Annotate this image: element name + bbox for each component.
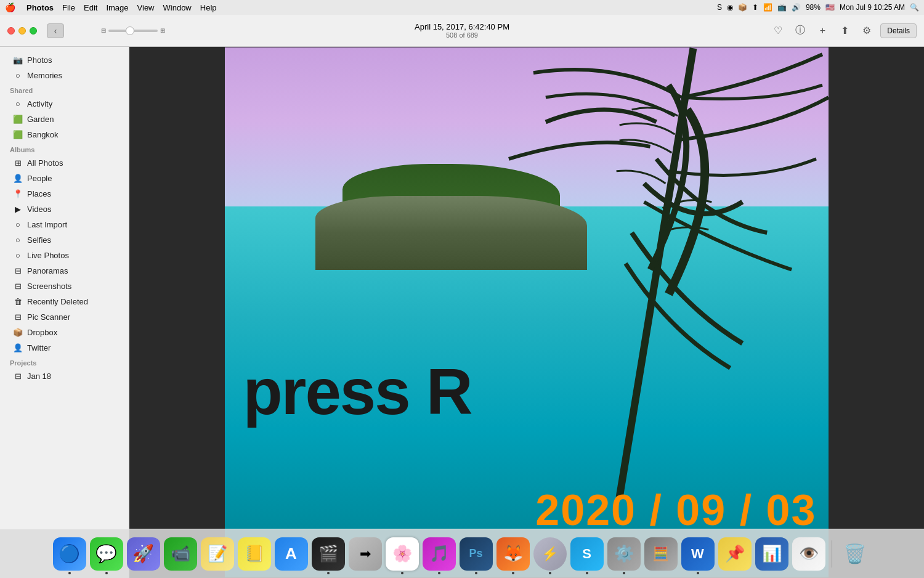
dock-stickies[interactable]: 📝	[201, 537, 234, 571]
keynote-icon: 📊	[762, 544, 782, 563]
dock-sysprefs[interactable]: ⚙️	[607, 537, 641, 571]
menu-edit[interactable]: Edit	[84, 3, 97, 12]
dock-itunes[interactable]: 🎵	[423, 537, 456, 571]
dock-photos[interactable]: 🌸	[386, 537, 419, 571]
wifi-icon: 📶	[763, 3, 772, 12]
dock-calculator[interactable]: 🧮	[644, 537, 678, 571]
jan18-icon: ⊟	[12, 370, 23, 381]
dock-messages[interactable]: 💬	[90, 537, 123, 571]
dock-appstore[interactable]: A	[275, 537, 308, 571]
dock-preview[interactable]: 👁️	[792, 537, 825, 571]
dock-notes[interactable]: 📒	[238, 537, 271, 571]
sidebar-item-places[interactable]: 📍 Places	[2, 186, 126, 201]
dock-word[interactable]: W	[681, 537, 715, 571]
dock-launchpad[interactable]: 🚀	[127, 537, 160, 571]
bangkok-icon: 🟩	[12, 129, 23, 140]
details-button[interactable]: Details	[880, 23, 917, 38]
info-button[interactable]: ⓘ	[792, 22, 809, 39]
dock-finder[interactable]: 🔵	[53, 537, 86, 571]
main-content: 📷 Photos ○ Memories Shared ○ Activity 🟩 …	[0, 47, 924, 578]
dock-stickies2[interactable]: 📌	[718, 537, 752, 571]
sidebar-item-dropbox[interactable]: 📦 Dropbox	[2, 325, 126, 340]
sidebar-label-recently-deleted: Recently Deleted	[27, 297, 88, 306]
share-button[interactable]: ⬆	[836, 22, 853, 39]
sidebar-item-all-photos[interactable]: ⊞ All Photos	[2, 155, 126, 170]
dock-skype[interactable]: S	[570, 537, 604, 571]
menu-view[interactable]: View	[137, 3, 155, 12]
slider-thumb[interactable]	[126, 26, 134, 35]
apple-menu[interactable]: 🍎	[5, 2, 15, 12]
facetime-icon: 📹	[171, 544, 190, 563]
activity-icon: ○	[12, 98, 23, 109]
backup-icon: ⬆	[752, 3, 758, 12]
toolbar-nav: ‹	[47, 23, 64, 38]
dock-quicksilver[interactable]: ⚡	[533, 537, 567, 571]
sidebar-item-garden[interactable]: 🟩 Garden	[2, 112, 126, 126]
sidebar-item-pic-scanner[interactable]: ⊟ Pic Scanner	[2, 309, 126, 324]
panoramas-icon: ⊟	[12, 265, 23, 276]
word-icon: W	[691, 546, 704, 562]
search-icon[interactable]: 🔍	[910, 3, 919, 12]
photos-window: ‹ ⊟ ⊞ April 15, 2017, 6:42:40 PM 508 of …	[0, 15, 924, 578]
sidebar-item-memories[interactable]: ○ Memories	[2, 68, 126, 83]
dock-facetime[interactable]: 📹	[164, 537, 197, 571]
dropbox-sidebar-icon: 📦	[12, 327, 23, 338]
sidebar-item-selfies[interactable]: ○ Selfies	[2, 232, 126, 247]
sidebar-item-photos[interactable]: 📷 Photos	[2, 52, 126, 67]
menu-file[interactable]: File	[62, 3, 75, 12]
favorite-button[interactable]: ♡	[769, 22, 787, 39]
sidebar-label-activity: Activity	[27, 99, 52, 108]
sidebar-item-activity[interactable]: ○ Activity	[2, 96, 126, 111]
photoshop-icon: Ps	[469, 547, 482, 560]
maximize-button[interactable]	[30, 27, 37, 35]
photo-view[interactable]: press R 2020 / 09 / 03	[129, 47, 924, 578]
sidebar-item-panoramas[interactable]: ⊟ Panoramas	[2, 263, 126, 278]
messages-dot	[105, 572, 108, 574]
menu-window[interactable]: Window	[163, 3, 192, 12]
sidebar-item-people[interactable]: 👤 People	[2, 171, 126, 185]
zoom-slider[interactable]: ⊟ ⊞	[101, 27, 165, 34]
quicksilver-dot	[549, 572, 551, 574]
sidebar-item-twitter[interactable]: 👤 Twitter	[2, 340, 126, 355]
dock-photoshop[interactable]: Ps	[460, 537, 493, 571]
stickies-icon: 📝	[208, 544, 227, 563]
add-button[interactable]: +	[814, 22, 831, 39]
dock-migration[interactable]: ➡	[349, 537, 382, 571]
memories-icon: ○	[12, 70, 23, 81]
menu-image[interactable]: Image	[106, 3, 128, 12]
finder-icon: 🔵	[59, 543, 80, 564]
slider-track[interactable]	[108, 30, 158, 32]
menu-photos[interactable]: Photos	[26, 3, 54, 12]
sidebar-item-recently-deleted[interactable]: 🗑 Recently Deleted	[2, 294, 126, 309]
dropzone-icon: ◉	[727, 3, 733, 12]
sidebar-label-jan18: Jan 18	[27, 372, 51, 381]
adjust-button[interactable]: ⚙	[858, 22, 875, 39]
sidebar-item-live-photos[interactable]: ○ Live Photos	[2, 248, 126, 263]
dock-divider	[832, 540, 832, 568]
sidebar-item-screenshots[interactable]: ⊟ Screenshots	[2, 279, 126, 293]
photo-container: press R 2020 / 09 / 03	[225, 47, 829, 577]
sidebar-label-photos: Photos	[27, 55, 52, 65]
minimize-button[interactable]	[18, 27, 26, 35]
dropbox-icon: 📦	[738, 3, 747, 12]
palm-overlay	[496, 47, 829, 498]
photos-icon: 📷	[12, 54, 23, 65]
preview-icon: 👁️	[799, 544, 819, 563]
back-button[interactable]: ‹	[47, 23, 64, 38]
notes-icon: 📒	[245, 544, 264, 563]
sidebar: 📷 Photos ○ Memories Shared ○ Activity 🟩 …	[0, 47, 129, 578]
selfies-icon: ○	[12, 234, 23, 245]
dock-firefox[interactable]: 🦊	[496, 537, 530, 571]
sidebar-item-last-import[interactable]: ○ Last Import	[2, 217, 126, 232]
sidebar-item-jan18[interactable]: ⊟ Jan 18	[2, 368, 126, 383]
sysprefs-dot	[623, 572, 625, 574]
dock-finalcut[interactable]: 🎬	[312, 537, 345, 571]
close-button[interactable]	[7, 27, 15, 35]
photos-dot	[401, 572, 403, 574]
dock-keynote[interactable]: 📊	[755, 537, 788, 571]
menu-help[interactable]: Help	[200, 3, 217, 12]
recently-deleted-icon: 🗑	[12, 296, 23, 307]
dock-trash[interactable]: 🗑️	[838, 537, 872, 571]
sidebar-item-bangkok[interactable]: 🟩 Bangkok	[2, 127, 126, 142]
sidebar-item-videos[interactable]: ▶ Videos	[2, 201, 126, 216]
